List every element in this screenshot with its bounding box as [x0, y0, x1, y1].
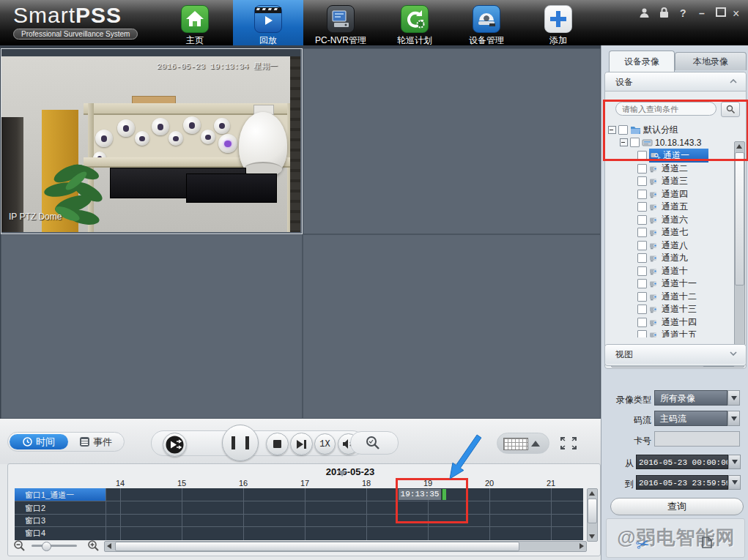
- video-cell-3[interactable]: [1, 234, 303, 419]
- tab-time[interactable]: 时间: [10, 434, 68, 449]
- tree-channel-row[interactable]: 通道十五: [637, 329, 697, 337]
- timeline-vscrollbar[interactable]: [587, 488, 598, 542]
- from-date-dropdown-button[interactable]: [728, 455, 741, 469]
- timeline-row-label[interactable]: 窗口4: [25, 528, 45, 539]
- tree-channel-row[interactable]: 通道十二: [637, 291, 697, 303]
- help-button[interactable]: ?: [680, 7, 686, 19]
- event-list-icon: [80, 437, 89, 447]
- tree-vscrollbar[interactable]: [734, 141, 745, 358]
- fullscreen-button[interactable]: [560, 436, 577, 453]
- camera-lens: [173, 136, 178, 141]
- sync-play-button[interactable]: [163, 433, 187, 457]
- checkbox[interactable]: [637, 202, 647, 212]
- checkbox[interactable]: [637, 330, 647, 337]
- video-cell-1[interactable]: 2016-05-23 19:13:34 星期一 IP PTZ Dome: [1, 48, 303, 234]
- stream-dropdown-button[interactable]: [727, 411, 740, 426]
- tree-channel-row[interactable]: 通道三: [637, 175, 688, 187]
- tab-event[interactable]: 事件: [71, 434, 121, 449]
- next-frame-button[interactable]: [290, 433, 313, 455]
- tab-local-record[interactable]: 本地录像: [675, 52, 747, 70]
- timeline-zoom-in-button[interactable]: [87, 540, 100, 555]
- checkbox[interactable]: [637, 190, 647, 199]
- timeline-hscrollbar-thumb[interactable]: [115, 542, 519, 551]
- camera-icon: [649, 203, 659, 211]
- checkbox[interactable]: [637, 176, 647, 186]
- camera-lens: [224, 141, 231, 147]
- timeline-plot[interactable]: 窗口1_通道一 窗口2 窗口3 窗口4 19:13:35: [15, 488, 583, 540]
- user-icon[interactable]: [639, 7, 650, 20]
- nav-device-manager[interactable]: 设备管理: [451, 0, 522, 45]
- from-label: 从: [591, 458, 634, 470]
- device-panel-header[interactable]: 设备: [605, 72, 746, 92]
- tree-channel-row[interactable]: 通道二: [637, 163, 688, 175]
- checkbox[interactable]: [637, 164, 647, 173]
- tree-channel-row[interactable]: 通道七: [637, 226, 688, 239]
- tree-channel-row[interactable]: 通道十三: [637, 303, 697, 316]
- from-datetime-field[interactable]: 2016-05-23 00:00:00: [636, 455, 728, 469]
- tree-channel-row[interactable]: 通道八: [637, 239, 688, 252]
- record-type-select[interactable]: 所有录像: [654, 390, 727, 406]
- tab-device-record[interactable]: 设备录像: [609, 51, 675, 72]
- camera-lens: [205, 135, 210, 140]
- timeline-row-label[interactable]: 窗口1_通道一: [25, 490, 74, 501]
- timeline-vscrollbar-thumb[interactable]: [588, 499, 597, 523]
- nav-playback[interactable]: 回放: [233, 0, 303, 45]
- checkbox[interactable]: [637, 253, 647, 263]
- checkbox[interactable]: [637, 292, 647, 302]
- logo-text-bold: PSS: [75, 3, 122, 27]
- record-type-dropdown-button[interactable]: [727, 390, 740, 406]
- stream-select[interactable]: 主码流: [654, 411, 727, 426]
- to-date-dropdown-button[interactable]: [728, 475, 741, 490]
- tree-channel-row[interactable]: 通道五: [637, 201, 688, 213]
- timeline-hscrollbar[interactable]: [104, 541, 587, 552]
- close-button[interactable]: ×: [733, 7, 739, 20]
- video-cell-2[interactable]: [303, 48, 601, 234]
- scroll-left-icon[interactable]: [107, 543, 111, 549]
- video-cell-4[interactable]: [303, 234, 601, 419]
- scroll-down-icon[interactable]: [589, 534, 595, 539]
- tree-vscrollbar-thumb[interactable]: [735, 152, 744, 285]
- timeline-row-label[interactable]: 窗口3: [25, 515, 45, 526]
- view-panel-header[interactable]: 视图: [605, 345, 746, 364]
- tree-channel-row[interactable]: 通道十一: [637, 277, 697, 290]
- dropdown-arrow-icon: [731, 396, 737, 400]
- maximize-button[interactable]: [716, 7, 726, 19]
- tree-channel-row[interactable]: 通道十四: [637, 316, 697, 329]
- camera-lens: [189, 122, 196, 129]
- stop-button[interactable]: [266, 433, 289, 455]
- smart-search-button[interactable]: [365, 435, 381, 454]
- scroll-right-icon[interactable]: [579, 543, 584, 549]
- camera-icon: [649, 177, 659, 185]
- nav-home[interactable]: 主页: [160, 0, 230, 45]
- timeline-zoom-slider-knob[interactable]: [42, 542, 51, 551]
- lock-icon[interactable]: [659, 7, 669, 20]
- scroll-up-icon[interactable]: [589, 491, 595, 496]
- tree-channel-row[interactable]: 通道九: [637, 252, 688, 264]
- sync-play-icon: [165, 435, 185, 455]
- checkbox[interactable]: [637, 279, 647, 288]
- checkbox[interactable]: [637, 266, 647, 276]
- checkbox[interactable]: [637, 228, 647, 237]
- tree-channel-row[interactable]: 通道六: [637, 214, 688, 226]
- tree-channel-row[interactable]: 通道四: [637, 188, 688, 201]
- checkbox[interactable]: [637, 215, 647, 225]
- pause-button[interactable]: [222, 425, 259, 461]
- query-button[interactable]: 查询: [610, 498, 744, 515]
- timeline-zoom-out-button[interactable]: [13, 540, 26, 555]
- split-layout-selector[interactable]: [497, 433, 549, 454]
- nav-pcnvr[interactable]: PC-NVR管理: [306, 0, 376, 45]
- annotation-rect-device-tree: [603, 100, 748, 161]
- timeline-row-label[interactable]: 窗口2: [25, 503, 45, 514]
- nav-tour-plan[interactable]: 轮巡计划: [379, 0, 450, 45]
- card-number-input[interactable]: [654, 431, 740, 447]
- to-datetime-field[interactable]: 2016-05-23 23:59:59: [636, 475, 728, 490]
- nav-add[interactable]: 添加: [523, 0, 593, 45]
- camera-icon: [649, 293, 659, 301]
- checkbox[interactable]: [637, 305, 647, 314]
- timeline-zoom-slider-track[interactable]: [32, 545, 77, 547]
- speed-button[interactable]: 1X: [314, 433, 336, 455]
- checkbox[interactable]: [637, 241, 647, 250]
- tree-channel-row[interactable]: 通道十: [637, 265, 688, 277]
- minimize-button[interactable]: –: [699, 7, 705, 19]
- checkbox[interactable]: [637, 318, 647, 327]
